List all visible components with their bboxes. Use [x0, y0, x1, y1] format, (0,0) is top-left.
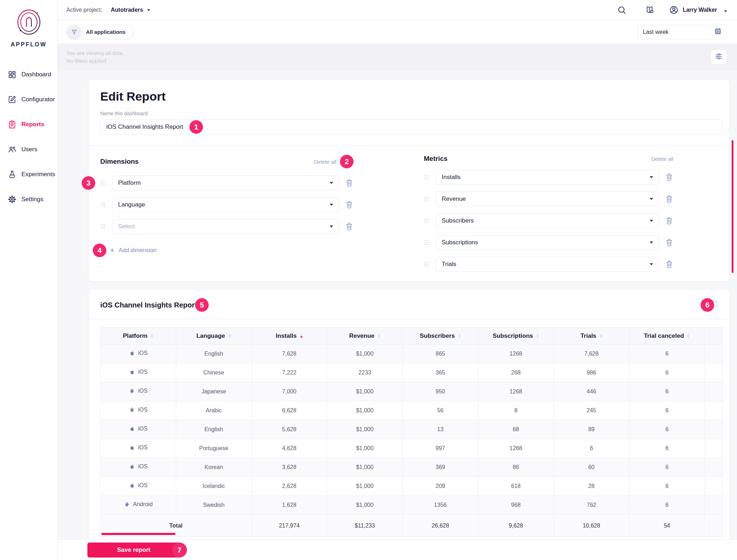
metric-select[interactable]: Subscriptions	[436, 235, 659, 250]
trials-cell: 446	[554, 382, 629, 401]
revenue-cell: 2233	[327, 363, 403, 382]
column-header-stub	[705, 327, 723, 345]
metric-select[interactable]: Trials	[436, 257, 659, 272]
appflow-logo[interactable]: APPFLOW	[0, 0, 57, 48]
delete-metric-button[interactable]	[665, 194, 674, 204]
project-name[interactable]: Autotraders	[111, 7, 143, 13]
annotation-badge-2: 2	[340, 155, 354, 168]
page-title: Edit Report	[100, 90, 723, 103]
total-subscriptions-cell: 9,628	[478, 515, 554, 537]
column-header-trial-canceled[interactable]: Trial canceled	[629, 327, 705, 345]
add-dimension-button[interactable]: + Add dimension	[110, 246, 157, 254]
subscribers-cell: 369	[403, 458, 478, 477]
metrics-rows: InstallsRevenueSubscribersSubscriptionsT…	[424, 170, 674, 272]
metric-select[interactable]: Installs	[436, 170, 659, 185]
funnel-icon	[67, 25, 81, 40]
subscriptions-cell: 968	[478, 496, 554, 515]
installs-cell: 1,628	[251, 496, 327, 515]
applications-filter-chip[interactable]: All applications	[66, 25, 134, 39]
platform-cell: Android	[101, 496, 176, 515]
delete-metric-button[interactable]	[665, 238, 674, 247]
drag-handle-icon[interactable]	[424, 242, 429, 243]
column-header-installs[interactable]: Installs	[251, 327, 327, 345]
dimensions-delete-all-link[interactable]: Delete all	[314, 159, 336, 165]
trash-icon	[345, 205, 354, 210]
delete-dimension-button[interactable]	[345, 178, 354, 188]
subscribers-cell: 365	[403, 363, 478, 382]
help-docs-icon[interactable]: ?	[645, 5, 654, 15]
chevron-down-icon	[330, 225, 333, 228]
sidebar-item-configurator[interactable]: Configurator	[0, 87, 57, 112]
language-cell: Icelandic	[176, 477, 251, 496]
sidebar-item-settings[interactable]: Settings	[0, 187, 57, 212]
date-range-select[interactable]: Last week	[638, 25, 727, 39]
chevron-down-icon	[650, 263, 653, 265]
vertical-scrollbar[interactable]	[732, 140, 733, 273]
apple-icon	[129, 463, 135, 470]
trash-icon	[665, 178, 674, 183]
chevron-down-icon	[330, 182, 333, 184]
column-header-subscriptions[interactable]: Subscriptions	[478, 327, 554, 345]
dimension-row: 3Platform	[100, 175, 354, 190]
platform-cell: iOS	[101, 363, 176, 382]
dimensions-title: Dimensions	[100, 158, 314, 166]
table-total-row: Total217,974$11,23326,6289,62810,62854	[101, 515, 723, 537]
metric-select[interactable]: Revenue	[436, 192, 659, 207]
delete-metric-button[interactable]	[665, 216, 674, 225]
drag-handle-icon[interactable]	[100, 204, 106, 205]
sort-icon	[300, 334, 303, 338]
metrics-section: Metrics Delete all InstallsRevenueSubscr…	[424, 155, 674, 272]
column-header-trials[interactable]: Trials	[554, 327, 629, 345]
sidebar-item-experiments[interactable]: Experiments	[0, 162, 57, 187]
chevron-down-icon	[330, 204, 333, 206]
search-icon[interactable]	[617, 5, 626, 15]
delete-metric-button[interactable]	[665, 260, 674, 269]
sort-icon	[228, 334, 231, 338]
trial_canceled-cell: 6	[629, 477, 705, 496]
dimension-select[interactable]: Platform	[112, 175, 339, 190]
revenue-cell: $1,000	[327, 496, 403, 515]
column-header-revenue[interactable]: Revenue	[327, 327, 403, 345]
drag-handle-icon[interactable]	[100, 183, 106, 183]
drag-handle-icon[interactable]	[100, 226, 106, 227]
metric-select[interactable]: Subscribers	[436, 213, 659, 228]
filter-settings-button[interactable]	[711, 50, 727, 65]
column-header-subscribers[interactable]: Subscribers	[403, 327, 478, 345]
horizontal-scrollbar[interactable]	[101, 533, 176, 535]
language-cell: Japanese	[176, 382, 251, 401]
delete-dimension-button[interactable]	[345, 222, 354, 231]
delete-metric-button[interactable]	[665, 173, 674, 182]
drag-handle-icon[interactable]	[424, 220, 429, 221]
no-filters-text: No filters applied	[66, 57, 124, 65]
drag-handle-icon[interactable]	[424, 264, 429, 265]
subscribers-cell: 997	[403, 439, 478, 458]
annotation-badge-6: 6	[701, 298, 714, 312]
sidebar-item-users[interactable]: Users	[0, 137, 57, 162]
sort-icon	[687, 334, 690, 338]
stub-cell	[705, 496, 723, 515]
dimension-select[interactable]: Language	[112, 197, 339, 212]
project-chevron-down-icon[interactable]	[147, 9, 150, 11]
column-header-language[interactable]: Language	[176, 327, 251, 345]
sidebar-item-reports[interactable]: Reports	[0, 112, 57, 137]
dimension-select[interactable]: Select	[112, 219, 339, 234]
metrics-delete-all-link[interactable]: Delete all	[651, 156, 674, 162]
sidebar-item-label: Dashboard	[21, 71, 51, 78]
dimensions-section: Dimensions Delete all 2 3PlatformLanguag…	[100, 155, 354, 272]
delete-dimension-button[interactable]	[345, 200, 354, 209]
save-report-button[interactable]: Save report 7	[87, 543, 180, 558]
stub-cell	[705, 515, 723, 537]
drag-handle-icon[interactable]	[424, 199, 429, 199]
apple-icon	[129, 369, 135, 375]
subscribers-cell: 13	[403, 420, 478, 439]
total-label-cell: Total	[101, 515, 252, 537]
table-row: iOSEnglish5,628$1,0001368896	[101, 420, 723, 439]
user-menu[interactable]: Larry Walker	[669, 5, 727, 15]
sidebar-item-dashboard[interactable]: Dashboard	[0, 62, 57, 87]
apple-icon	[129, 350, 135, 356]
column-header-platform[interactable]: Platform	[101, 327, 176, 345]
stub-cell	[705, 458, 723, 477]
drag-handle-icon[interactable]	[424, 177, 429, 178]
language-cell: Swedish	[176, 496, 251, 515]
subscriptions-cell: 1268	[478, 345, 554, 363]
